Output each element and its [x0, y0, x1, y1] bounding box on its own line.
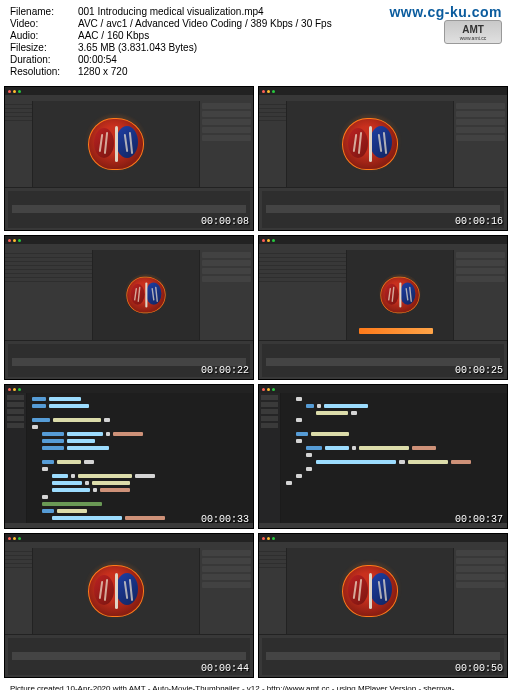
thumbnail[interactable]: 00:00:16 — [258, 86, 508, 231]
filename-value: 001 Introducing medical visualization.mp… — [78, 6, 264, 17]
duration-label: Duration: — [10, 54, 78, 65]
footer-credit: Picture created 10-Apr-2020 with AMT - A… — [0, 680, 512, 690]
thumbnail[interactable]: 00:00:08 — [4, 86, 254, 231]
thumbnail[interactable]: 00:00:22 — [4, 235, 254, 380]
thumbnail[interactable]: 00:00:25 — [258, 235, 508, 380]
resolution-value: 1280 x 720 — [78, 66, 128, 77]
thumbnail-timestamp: 00:00:37 — [455, 514, 503, 525]
thumbnail[interactable]: 00:00:37 — [258, 384, 508, 529]
video-label: Video: — [10, 18, 78, 29]
filename-label: Filename: — [10, 6, 78, 17]
watermark-logo-text: AMT — [462, 24, 484, 35]
filesize-label: Filesize: — [10, 42, 78, 53]
thumbnail-timestamp: 00:00:16 — [455, 216, 503, 227]
progress-bar — [359, 328, 433, 334]
thumbnail[interactable]: 00:00:33 — [4, 384, 254, 529]
thumbnail-timestamp: 00:00:25 — [455, 365, 503, 376]
thumbnail-timestamp: 00:00:50 — [455, 663, 503, 674]
thumbnail-timestamp: 00:00:22 — [201, 365, 249, 376]
metadata-panel: www.cg-ku.com AMT www.amt.cc Filename:00… — [0, 0, 512, 84]
watermark-logo-sub: www.amt.cc — [460, 35, 487, 41]
video-value: AVC / avc1 / Advanced Video Coding / 389… — [78, 18, 332, 29]
filesize-value: 3.65 MB (3.831.043 Bytes) — [78, 42, 197, 53]
audio-label: Audio: — [10, 30, 78, 41]
thumbnail-timestamp: 00:00:08 — [201, 216, 249, 227]
thumbnail-timestamp: 00:00:44 — [201, 663, 249, 674]
thumbnail-timestamp: 00:00:33 — [201, 514, 249, 525]
watermark-logo: AMT www.amt.cc — [444, 20, 502, 44]
thumbnail[interactable]: 00:00:44 — [4, 533, 254, 678]
thumbnail[interactable]: 00:00:50 — [258, 533, 508, 678]
resolution-label: Resolution: — [10, 66, 78, 77]
thumbnail-grid: 00:00:08 00:00:16 00:00:22 — [0, 84, 512, 680]
watermark-url: www.cg-ku.com — [389, 4, 502, 20]
duration-value: 00:00:54 — [78, 54, 117, 65]
audio-value: AAC / 160 Kbps — [78, 30, 149, 41]
